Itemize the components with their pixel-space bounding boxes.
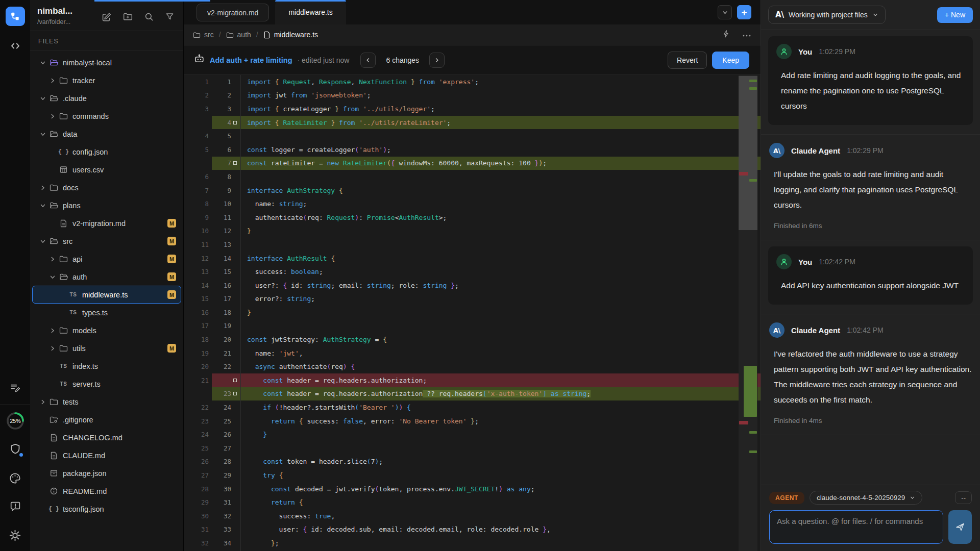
model-selector-dropdown[interactable]: claude-sonnet-4-5-20250929 [810, 491, 922, 505]
code-line: 1113 [191, 238, 761, 252]
code-line: 1820const jwtStrategy: AuthStrategy = { [191, 333, 761, 346]
tree-item-data[interactable]: data [32, 125, 181, 143]
tree-item-plans[interactable]: plans [32, 196, 181, 214]
new-line-number: 5 [212, 132, 233, 140]
json-icon: { } [47, 506, 60, 513]
tree-item-tsconfig.json[interactable]: { }tsconfig.json [32, 500, 181, 518]
next-change-button[interactable] [429, 53, 445, 68]
tab-v2-migration[interactable]: v2-migration.md [197, 4, 269, 21]
new-chat-button[interactable]: + New [937, 7, 973, 23]
prev-change-button[interactable] [360, 53, 376, 68]
quick-actions-icon[interactable] [722, 30, 730, 40]
new-line-number: 15 [212, 268, 233, 276]
breadcrumb-auth[interactable]: auth [226, 31, 251, 39]
tree-item-api[interactable]: apiM [32, 250, 181, 268]
tree-item-package.json[interactable]: package.json [32, 464, 181, 482]
change-marker [233, 161, 237, 165]
chevron-right-icon[interactable] [38, 184, 47, 191]
document-icon [47, 452, 60, 460]
tab-list-dropdown-button[interactable] [718, 5, 732, 19]
chevron-right-icon[interactable] [47, 345, 57, 352]
filter-icon[interactable] [165, 12, 174, 24]
new-line-number: 6 [212, 146, 233, 154]
minimap[interactable] [739, 75, 757, 551]
tree-item-utils[interactable]: utilsM [32, 339, 181, 357]
tree-item-config.json[interactable]: { }config.json [32, 143, 181, 161]
chevron-down-icon[interactable] [38, 131, 47, 138]
code-line: 2729 try { [191, 468, 761, 482]
tree-item-CHANGELOG.md[interactable]: CHANGELOG.md [32, 429, 181, 446]
file-label: tsconfig.json [63, 505, 104, 513]
tab-middleware[interactable]: middleware.ts [275, 0, 346, 24]
old-line-number: 12 [191, 255, 212, 262]
palette-icon[interactable] [6, 469, 25, 487]
tree-item-commands[interactable]: commands [32, 107, 181, 125]
new-folder-icon[interactable] [123, 12, 133, 24]
chevron-right-icon[interactable] [47, 113, 57, 120]
project-session-dropdown[interactable]: A\ Working with project files [768, 6, 886, 24]
code-editor[interactable]: 11import { Request, Response, NextFuncti… [184, 75, 761, 551]
tree-item-types.ts[interactable]: TStypes.ts [32, 304, 181, 321]
code-line: 7const rateLimiter = new RateLimiter({ w… [191, 157, 761, 170]
tree-item-.claude[interactable]: .claude [32, 89, 181, 107]
more-options-icon[interactable] [742, 31, 751, 39]
chat-input[interactable]: Ask a question. @ for files. / for comma… [769, 510, 943, 544]
shield-notification-dot [19, 453, 23, 457]
agent-mode-badge[interactable]: AGENT [769, 492, 804, 504]
app-logo-icon[interactable] [6, 7, 25, 26]
tree-item-v2-migration.md[interactable]: v2-migration.mdM [32, 214, 181, 232]
feedback-icon[interactable] [6, 498, 25, 515]
chevron-down-icon[interactable] [47, 273, 57, 281]
send-button[interactable] [948, 510, 972, 544]
chevron-down-icon[interactable] [38, 59, 47, 66]
context-usage-ring[interactable]: 25% [6, 412, 25, 430]
chevron-down-icon[interactable] [38, 238, 47, 245]
file-label: config.json [72, 148, 108, 156]
tree-item-.gitignore[interactable]: .gitignore [32, 411, 181, 429]
json-icon: { } [57, 148, 70, 156]
revert-button[interactable]: Revert [668, 52, 707, 69]
file-label: commands [72, 112, 109, 120]
tree-item-nimbalyst-local[interactable]: nimbalyst-local [32, 54, 181, 71]
keep-button[interactable]: Keep [712, 52, 749, 69]
code-line: 79interface AuthStrategy { [191, 184, 761, 197]
breadcrumb-src[interactable]: src [193, 31, 214, 39]
code-line: 1214interface AuthResult { [191, 252, 761, 265]
tree-item-CLAUDE.md[interactable]: CLAUDE.md [32, 446, 181, 464]
shield-icon[interactable] [6, 441, 25, 458]
breadcrumb-file[interactable]: middleware.ts [263, 31, 318, 39]
tree-item-models[interactable]: models [32, 321, 181, 339]
tree-item-users.csv[interactable]: users.csv [32, 161, 181, 179]
tree-item-server.ts[interactable]: TSserver.ts [32, 375, 181, 393]
code-panel-icon[interactable] [6, 37, 25, 55]
edit-icon[interactable] [102, 12, 111, 24]
settings-gear-icon[interactable] [6, 527, 25, 544]
new-tab-button[interactable]: + [737, 5, 751, 19]
tree-item-auth[interactable]: authM [32, 268, 181, 286]
tree-item-index.ts[interactable]: TSindex.ts [32, 357, 181, 375]
new-line-number: 11 [212, 214, 233, 221]
task-list-icon[interactable] [6, 379, 25, 396]
old-line-number: 10 [191, 227, 212, 235]
modified-badge: M [167, 255, 176, 263]
tree-item-tests[interactable]: tests [32, 393, 181, 411]
minimap-add-mark [744, 366, 757, 417]
code-line: 1315 success: boolean; [191, 265, 761, 279]
more-actions-button[interactable]: -- [955, 491, 972, 504]
tree-item-docs[interactable]: docs [32, 179, 181, 196]
chevron-right-icon[interactable] [47, 256, 57, 263]
new-line-number: 10 [212, 200, 233, 208]
info-icon [47, 487, 60, 495]
tree-item-middleware.ts[interactable]: TSmiddleware.tsM [32, 286, 181, 304]
search-icon[interactable] [144, 12, 154, 24]
tree-item-tracker[interactable]: tracker [32, 71, 181, 89]
chevron-right-icon[interactable] [47, 77, 57, 84]
chevron-right-icon[interactable] [38, 398, 47, 406]
chevron-down-icon[interactable] [38, 202, 47, 209]
chevron-down-icon[interactable] [38, 95, 47, 102]
chevron-right-icon[interactable] [47, 327, 57, 334]
tree-item-src[interactable]: srcM [32, 232, 181, 250]
minimap-viewport[interactable] [739, 76, 757, 230]
change-set-title[interactable]: Add auth + rate limiting [210, 56, 292, 64]
tree-item-README.md[interactable]: README.md [32, 482, 181, 500]
